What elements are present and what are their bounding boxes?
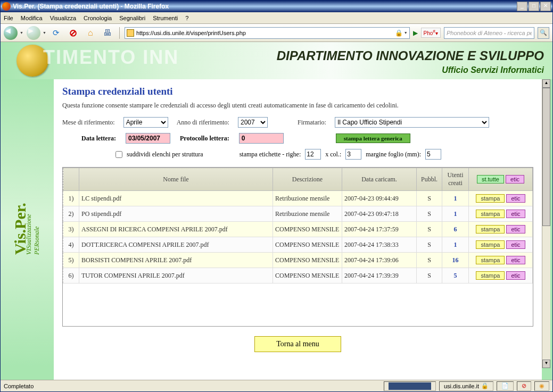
cell-pubbl: S [417, 268, 442, 283]
col-input[interactable] [345, 149, 361, 160]
search-input[interactable] [444, 30, 534, 36]
etic-button[interactable]: etic [506, 225, 525, 233]
header-watermark: TIMENTO INN [43, 46, 179, 69]
page-description: Questa funzione consente stampare le cre… [62, 102, 533, 110]
menu-modifica[interactable]: Modifica [21, 15, 43, 21]
url-input[interactable] [136, 30, 393, 36]
reload-button[interactable]: ⟳ [49, 26, 63, 40]
anno-select[interactable]: 2007 [238, 117, 268, 128]
stampa-button[interactable]: stampa [476, 271, 505, 280]
viewport: TIMENTO INN DIPARTIMENTO INNOVAZIONE E S… [1, 42, 552, 380]
page-title: Stampa credenziali utenti [62, 86, 533, 97]
sidebar: Vis.Per. VISualizzazione PERsonale [1, 79, 54, 366]
pho-badge[interactable]: Pho#▾ [421, 28, 441, 37]
torna-al-menu-button[interactable]: Torna al menu [254, 336, 341, 352]
etic-button[interactable]: etic [506, 210, 525, 218]
cell-data: 2007-04-24 17:37:59 [342, 222, 417, 237]
cell-utenti: 5 [442, 268, 469, 283]
menu-segnalibri[interactable]: Segnalibri [119, 15, 145, 21]
menu-visualizza[interactable]: Visualizza [50, 15, 76, 21]
etic-button[interactable]: etic [506, 271, 525, 280]
cell-pubbl: S [417, 222, 442, 237]
cell-num: 4) [63, 237, 79, 253]
cell-nome: ASSEGNI DI RICERCA COMPENSI APRILE 2007.… [79, 222, 273, 237]
main-content: Stampa credenziali utenti Questa funzion… [54, 79, 542, 380]
cell-actions: stampa etic [469, 191, 533, 206]
nav-back-dropdown-icon[interactable]: ▼ [20, 31, 23, 35]
menu-help[interactable]: ? [185, 15, 188, 21]
stampa-button[interactable]: stampa [476, 240, 505, 249]
margine-input[interactable] [425, 149, 441, 160]
col-actions: st.tutte etic [469, 168, 533, 191]
search-box[interactable] [444, 27, 534, 39]
table-row: 1)LC stipendi.pdfRetribuzione mensile200… [63, 191, 533, 206]
cell-descr: COMPENSO MENSILE [273, 222, 342, 237]
page-scrollbar[interactable]: ▲ ▼ [542, 79, 550, 368]
stampa-lettera-generica-button[interactable]: stampa lettera generica [336, 134, 410, 143]
cell-data: 2007-04-23 09:44:49 [342, 191, 417, 206]
nav-back-button[interactable]: ◄ [4, 26, 18, 40]
status-text: Completato [4, 383, 34, 389]
cell-actions: stampa etic [469, 253, 533, 268]
close-button[interactable]: ✕ [540, 2, 551, 11]
etic-button[interactable]: etic [506, 256, 525, 264]
stampa-button[interactable]: stampa [476, 210, 505, 218]
suddividi-checkbox[interactable] [115, 151, 122, 158]
cell-data: 2007-04-24 17:38:33 [342, 237, 417, 253]
menu-file[interactable]: File [4, 15, 13, 21]
status-domain: usi.dis.unile.it 🔒 [439, 381, 493, 391]
righe-input[interactable] [305, 149, 321, 160]
cell-descr: COMPENSO MENSILE [273, 237, 342, 253]
etichette-label: stampa etichette - righe: [240, 151, 301, 159]
statusbar: Completato usi.dis.unile.it 🔒 📄 ⊘ ◉ [1, 380, 552, 391]
cell-nome: BORSISTI COMPENSI APRILE 2007.pdf [79, 253, 273, 268]
minimize-button[interactable]: _ [517, 2, 527, 11]
col-utenti: Utenti creati [442, 168, 469, 191]
cell-data: 2007-04-24 17:39:39 [342, 268, 417, 283]
cell-utenti: 6 [442, 222, 469, 237]
cell-descr: COMPENSO MENSILE [273, 253, 342, 268]
stampa-button[interactable]: stampa [476, 256, 505, 264]
etic-header-button[interactable]: etic [506, 175, 524, 184]
etic-button[interactable]: etic [506, 240, 525, 249]
sttutte-button[interactable]: st.tutte [477, 175, 504, 184]
firmatario-select[interactable]: Il Capo Ufficio Stipendi [335, 117, 489, 128]
stop-button[interactable]: ⊘ [67, 26, 80, 40]
etic-button[interactable]: etic [506, 194, 525, 203]
maximize-button[interactable]: □ [529, 2, 539, 11]
scroll-thumb[interactable] [542, 88, 550, 226]
col-descr: Descrizione [273, 168, 342, 191]
status-ext1-icon[interactable]: 📄 [497, 381, 514, 391]
cell-pubbl: S [417, 206, 442, 222]
print-button[interactable]: 🖶 [101, 26, 114, 40]
search-button[interactable]: 🔍 [538, 27, 549, 39]
go-button[interactable]: ▶ [413, 29, 418, 37]
stampa-button[interactable]: stampa [476, 225, 505, 233]
margine-label: margine foglio (mm): [366, 151, 421, 159]
cell-descr: Retribuzione mensile [273, 206, 342, 222]
cell-actions: stampa etic [469, 222, 533, 237]
menubar: File Modifica Visualizza Cronologia Segn… [1, 12, 552, 24]
url-dropdown-icon[interactable]: ▼ [404, 31, 408, 35]
status-ext3-icon[interactable]: ◉ [534, 381, 549, 391]
cell-utenti: 16 [442, 253, 469, 268]
protocollo-input[interactable] [239, 133, 284, 144]
home-button[interactable]: ⌂ [84, 26, 97, 40]
scroll-up-icon[interactable]: ▲ [542, 79, 550, 88]
stampa-button[interactable]: stampa [476, 194, 505, 203]
data-lettera-input[interactable] [126, 133, 170, 144]
mese-select[interactable]: Aprile [123, 117, 168, 128]
url-bar[interactable]: 🔒 ▼ [125, 27, 410, 39]
cell-nome: TUTOR COMPENSI APRILE 2007.pdf [79, 268, 273, 283]
firmatario-label: Firmatario: [298, 119, 326, 127]
cell-utenti: 1 [442, 237, 469, 253]
status-ext2-icon[interactable]: ⊘ [517, 381, 531, 391]
mese-label: Mese di riferimento: [62, 119, 115, 127]
table-wrap[interactable]: Nome file Descrizione Data caricam. Pubb… [62, 167, 533, 327]
cell-num: 5) [63, 253, 79, 268]
scroll-down-icon[interactable]: ▼ [542, 360, 550, 368]
menu-cronologia[interactable]: Cronologia [84, 15, 112, 21]
row-options: suddividi elenchi per struttura stampa e… [115, 149, 533, 160]
cell-nome: DOTT.RICERCA COMPENSI APRILE 2007.pdf [79, 237, 273, 253]
menu-strumenti[interactable]: Strumenti [153, 15, 178, 21]
